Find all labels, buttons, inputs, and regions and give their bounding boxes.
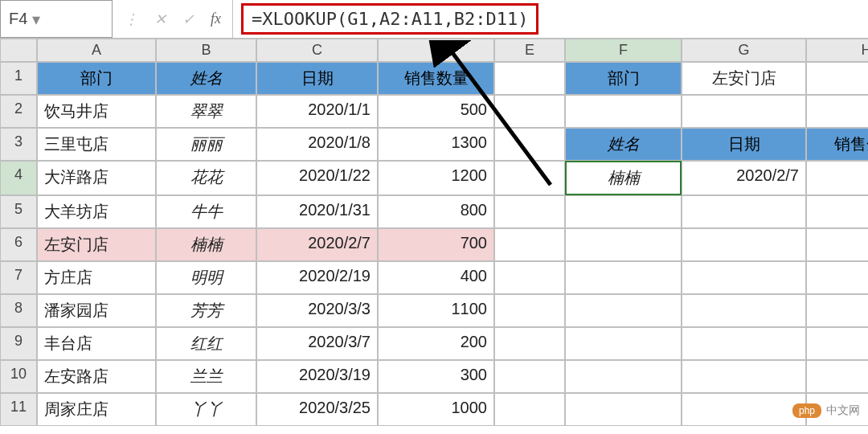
cell-A10[interactable]: 左安路店 [37,360,156,393]
cell-D2[interactable]: 500 [378,95,494,128]
row-header-2[interactable]: 2 [0,95,37,128]
cell-F9[interactable] [565,327,682,360]
cell-H1[interactable] [806,62,868,95]
cell-G2[interactable] [682,95,806,128]
col-header-D[interactable]: D [378,39,494,62]
cell-E4[interactable] [494,161,565,195]
cell-C5[interactable]: 2020/1/31 [256,195,378,228]
cell-C9[interactable]: 2020/3/7 [256,327,378,360]
cell-C4[interactable]: 2020/1/22 [256,161,378,195]
cell-D7[interactable]: 400 [378,261,494,294]
cell-C8[interactable]: 2020/3/3 [256,294,378,327]
cell-D10[interactable]: 300 [378,360,494,393]
formula-input[interactable]: =XLOOKUP(G1,A2:A11,B2:D11) [233,0,868,38]
cell-D3[interactable]: 1300 [378,128,494,161]
cell-E5[interactable] [494,195,565,228]
cell-F10[interactable] [565,360,682,393]
cell-B6[interactable]: 楠楠 [156,228,256,261]
cell-B7[interactable]: 明明 [156,261,256,294]
cell-H4[interactable]: 700 [806,161,868,195]
cell-D5[interactable]: 800 [378,195,494,228]
name-box[interactable]: F4 ▾ [0,0,113,38]
col-header-G[interactable]: G [682,39,806,62]
cell-C1[interactable]: 日期 [256,62,378,95]
cell-F7[interactable] [565,261,682,294]
cell-D4[interactable]: 1200 [378,161,494,195]
cell-G9[interactable] [682,327,806,360]
cell-A4[interactable]: 大洋路店 [37,161,156,195]
cell-H3[interactable]: 销售金额 [806,128,868,161]
fx-icon[interactable]: fx [211,10,221,27]
cell-A6[interactable]: 左安门店 [37,228,156,261]
cell-E1[interactable] [494,62,565,95]
row-header-6[interactable]: 6 [0,228,37,261]
spreadsheet-grid[interactable]: A B C D E F G H 1 部门 姓名 日期 销售数量 部门 左安门店 … [0,39,868,426]
name-box-dropdown-icon[interactable]: ▾ [27,10,45,29]
col-header-F[interactable]: F [565,39,682,62]
cell-C7[interactable]: 2020/2/19 [256,261,378,294]
cell-B9[interactable]: 红红 [156,327,256,360]
cell-A1[interactable]: 部门 [37,62,156,95]
cell-G8[interactable] [682,294,806,327]
col-header-A[interactable]: A [37,39,156,62]
cancel-icon[interactable]: ✕ [154,10,166,28]
cell-E9[interactable] [494,327,565,360]
row-header-11[interactable]: 11 [0,393,37,426]
cell-G1[interactable]: 左安门店 [682,62,806,95]
cell-C11[interactable]: 2020/3/25 [256,393,378,426]
cell-B8[interactable]: 芳芳 [156,294,256,327]
cell-H10[interactable] [806,360,868,393]
row-header-4[interactable]: 4 [0,161,37,195]
cell-B1[interactable]: 姓名 [156,62,256,95]
cell-G11[interactable] [682,393,806,426]
cell-G3[interactable]: 日期 [682,128,806,161]
cell-C10[interactable]: 2020/3/19 [256,360,378,393]
cell-C3[interactable]: 2020/1/8 [256,128,378,161]
cell-G10[interactable] [682,360,806,393]
cell-G5[interactable] [682,195,806,228]
cell-E3[interactable] [494,128,565,161]
row-header-3[interactable]: 3 [0,128,37,161]
cell-H8[interactable] [806,294,868,327]
row-header-1[interactable]: 1 [0,62,37,95]
cell-H2[interactable] [806,95,868,128]
cell-E8[interactable] [494,294,565,327]
cell-C6[interactable]: 2020/2/7 [256,228,378,261]
cell-A8[interactable]: 潘家园店 [37,294,156,327]
cell-E11[interactable] [494,393,565,426]
cell-G6[interactable] [682,228,806,261]
cell-E6[interactable] [494,228,565,261]
cell-A2[interactable]: 饮马井店 [37,95,156,128]
row-header-8[interactable]: 8 [0,294,37,327]
col-header-H[interactable]: H [806,39,868,62]
cell-A5[interactable]: 大羊坊店 [37,195,156,228]
cell-A7[interactable]: 方庄店 [37,261,156,294]
cell-H9[interactable] [806,327,868,360]
cell-E7[interactable] [494,261,565,294]
cell-F8[interactable] [565,294,682,327]
row-header-7[interactable]: 7 [0,261,37,294]
cell-D9[interactable]: 200 [378,327,494,360]
col-header-B[interactable]: B [156,39,256,62]
cell-A11[interactable]: 周家庄店 [37,393,156,426]
cell-G7[interactable] [682,261,806,294]
cell-D11[interactable]: 1000 [378,393,494,426]
cell-A3[interactable]: 三里屯店 [37,128,156,161]
cell-B11[interactable]: 丫丫 [156,393,256,426]
cell-B3[interactable]: 丽丽 [156,128,256,161]
cell-F1[interactable]: 部门 [565,62,682,95]
cell-F6[interactable] [565,228,682,261]
cell-D8[interactable]: 1100 [378,294,494,327]
cell-H6[interactable] [806,228,868,261]
select-all-corner[interactable] [0,39,37,62]
cell-F4[interactable]: 楠楠 [565,161,682,195]
cell-G4[interactable]: 2020/2/7 [682,161,806,195]
cell-B10[interactable]: 兰兰 [156,360,256,393]
cell-F3[interactable]: 姓名 [565,128,682,161]
cell-D6[interactable]: 700 [378,228,494,261]
cell-B2[interactable]: 翠翠 [156,95,256,128]
cell-D1[interactable]: 销售数量 [378,62,494,95]
cell-E10[interactable] [494,360,565,393]
row-header-10[interactable]: 10 [0,360,37,393]
cell-A9[interactable]: 丰台店 [37,327,156,360]
